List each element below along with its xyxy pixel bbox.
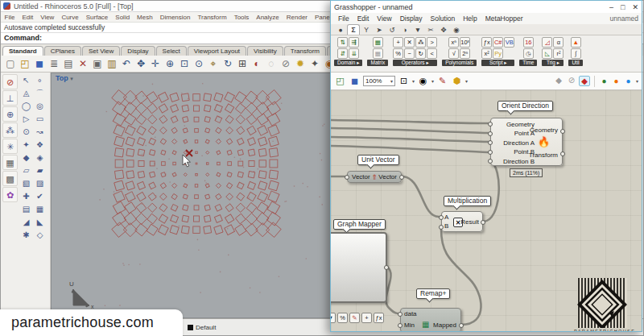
grasshopper-canvas[interactable]: Orient Direction GeometryPoint ADirectio… — [331, 90, 642, 331]
sketch-pen-icon[interactable]: ✎ — [436, 76, 448, 86]
evaluate-icon[interactable]: x² — [481, 48, 492, 59]
side-toolbar-icon[interactable]: ▤ — [19, 203, 33, 216]
orient-direction-component[interactable]: GeometryPoint ADirection APoint BDirecti… — [490, 118, 563, 166]
expression-icon[interactable]: ƒx — [481, 37, 492, 48]
side-toolbar-icon[interactable]: ▭ — [33, 113, 47, 126]
side-toolbar-icon[interactable]: ◢ — [19, 216, 33, 229]
toolbar-tab[interactable]: Viewport Layout — [188, 46, 246, 56]
side-toolbar-icon[interactable]: ▷ — [19, 113, 33, 126]
similarity-icon[interactable]: ⁂ — [415, 37, 426, 48]
paint-bucket-icon[interactable]: ⬢ — [451, 76, 463, 86]
stop-icon[interactable]: ⊘ — [2, 74, 18, 89]
power-of-2-icon[interactable]: 2ⁿ — [460, 48, 470, 59]
side-toolbar-icon[interactable]: ▱ — [19, 164, 33, 177]
tab-mesh-icon[interactable]: ▼ — [411, 25, 424, 35]
undo-icon[interactable]: ↶ — [120, 58, 133, 69]
consecutive-domains-icon[interactable]: ⇊ — [349, 48, 359, 59]
hatch-icon[interactable]: ▩ — [2, 171, 18, 186]
toolbar-tab[interactable]: Standard — [2, 46, 43, 56]
viewport-layout-icon[interactable]: ⊞ — [236, 58, 249, 69]
toolbar-tab[interactable]: Visibility — [247, 46, 283, 56]
power-of-10-icon[interactable]: 10ˣ — [460, 37, 470, 48]
tab-intersect-icon[interactable]: ✂ — [424, 25, 437, 35]
remap-numbers-icon[interactable]: ⇵ — [337, 48, 348, 59]
widget-plus-icon[interactable]: + — [361, 313, 372, 323]
wire[interactable] — [331, 137, 488, 142]
toolbar-tab[interactable]: CPlanes — [44, 46, 81, 56]
side-toolbar-icon[interactable]: ▦ — [33, 203, 47, 216]
orient-geometry-out-port[interactable] — [560, 129, 565, 134]
tab-vector-icon[interactable]: ➤ — [373, 25, 386, 35]
copy-icon[interactable]: ▣ — [91, 58, 104, 69]
rhino-menu-item[interactable]: Dimension — [156, 14, 194, 21]
multiplication-result-port[interactable] — [481, 220, 485, 225]
zoom-window-icon[interactable]: ⊡ — [178, 58, 191, 69]
side-toolbar-icon[interactable]: ◯ — [19, 100, 33, 113]
construct-matrix-icon[interactable]: ▦ — [373, 37, 383, 48]
radius-icon[interactable]: r² — [553, 48, 564, 59]
gem-gray-icon[interactable]: ◆ — [553, 76, 564, 86]
side-toolbar-icon[interactable]: ◬ — [19, 87, 33, 100]
lock-icon[interactable]: ✦ — [308, 58, 321, 69]
orient-point-a-port[interactable] — [488, 131, 493, 136]
side-toolbar-icon[interactable]: ✦ — [19, 139, 33, 151]
lamp-icon[interactable]: ✹ — [294, 58, 307, 69]
multiplication-b-port[interactable] — [439, 225, 444, 230]
wire[interactable] — [386, 267, 398, 313]
side-toolbar-icon[interactable]: ❖ — [33, 139, 47, 151]
window-button[interactable]: ✕ — [632, 3, 638, 11]
zoom-select[interactable]: 100% ▾ — [363, 76, 395, 86]
remap-mapped-port[interactable] — [459, 323, 464, 328]
panel-group-label[interactable]: Matrix — [367, 60, 388, 66]
gh-menu-item[interactable]: Edit — [353, 15, 374, 23]
square-root-icon[interactable]: √ — [448, 48, 459, 59]
side-toolbar-icon[interactable]: ◆ — [19, 151, 33, 164]
rhino-menu-item[interactable]: Solid — [112, 14, 134, 21]
orient-transform-out-port[interactable] — [560, 151, 565, 156]
move-icon[interactable]: ✛ — [149, 58, 162, 69]
tab-curve-icon[interactable]: ↺ — [386, 25, 398, 35]
orient-point-b-port[interactable] — [488, 150, 493, 155]
wire[interactable] — [331, 146, 488, 152]
side-toolbar-icon[interactable]: ◎ — [33, 100, 47, 113]
right-triangle-icon[interactable]: ◺ — [542, 48, 552, 59]
rhino-menu-item[interactable]: Analyze — [253, 14, 283, 21]
widget-marker-icon[interactable]: ▼ — [331, 313, 336, 323]
pan-icon[interactable]: ✥ — [134, 58, 147, 69]
side-toolbar-icon[interactable]: ▨ — [33, 177, 47, 190]
panel-group-label[interactable]: Util — [568, 60, 582, 66]
new-file-icon[interactable]: ▢ — [4, 58, 17, 69]
tab-transform-icon[interactable]: ✥ — [437, 25, 450, 35]
view-caret-icon[interactable]: ▾ — [431, 78, 434, 84]
smaller-than-icon[interactable]: < — [427, 48, 437, 59]
tab-params-icon[interactable]: ● — [334, 25, 347, 35]
panel-group-label[interactable]: Script ▸ — [481, 60, 514, 66]
triangle-trig-icon[interactable]: ◿ — [542, 37, 552, 48]
open-file-icon[interactable]: ◰ — [19, 58, 31, 69]
rhino-menu-item[interactable]: Edit — [19, 14, 37, 21]
zoom-extents-caret-icon[interactable]: ▾ — [412, 78, 415, 84]
toolbar-tab[interactable]: Set View — [82, 46, 120, 56]
gh-menu-item[interactable]: Solution — [427, 15, 460, 23]
preview-orange-icon[interactable]: ● — [611, 77, 621, 85]
side-toolbar-icon[interactable]: ◣ — [33, 216, 47, 229]
properties-icon[interactable]: ▤ — [62, 58, 75, 69]
remap-min-port[interactable] — [398, 323, 402, 328]
multiplication-a-port[interactable] — [439, 215, 444, 220]
wire[interactable] — [331, 128, 488, 133]
unit-vector-in-port[interactable] — [345, 175, 349, 180]
side-toolbar-icon[interactable]: ✔ — [33, 190, 47, 203]
panel-group-label[interactable]: Operators ▸ — [393, 60, 437, 66]
toolbar-tab[interactable]: Select — [156, 46, 187, 56]
calendar-icon[interactable]: 16 — [523, 37, 534, 48]
panel-group-label[interactable]: Polynomials — [442, 60, 477, 66]
larger-than-icon[interactable]: > — [427, 37, 437, 48]
panel-group-label[interactable]: Time — [519, 60, 537, 66]
multiplication-component[interactable]: AB ✕ Result — [441, 211, 483, 232]
side-toolbar-icon[interactable]: ◈ — [33, 151, 47, 164]
gh-menu-item[interactable]: File — [334, 15, 353, 23]
preview-green-icon[interactable]: ● — [599, 77, 609, 85]
unit-vector-out-port[interactable] — [399, 175, 404, 180]
bucket-caret-icon[interactable]: ▾ — [465, 78, 468, 84]
integral-icon[interactable]: ∫ — [571, 48, 581, 59]
